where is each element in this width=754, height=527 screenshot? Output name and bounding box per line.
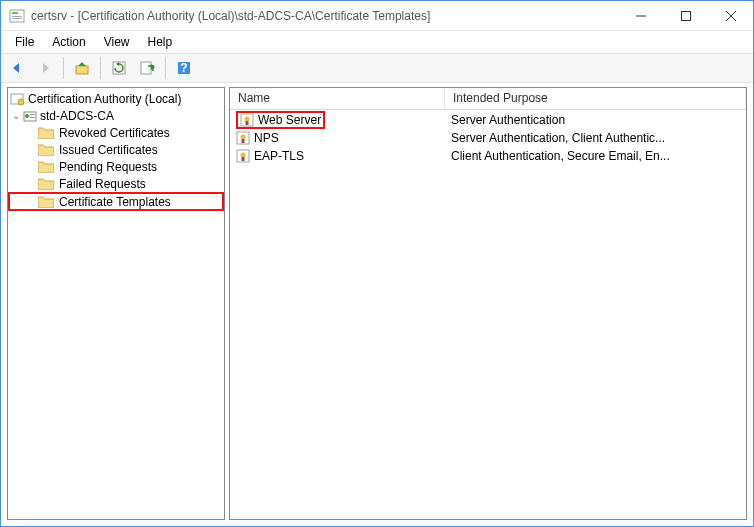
toolbar-separator	[165, 57, 166, 79]
tree-item-pending[interactable]: Pending Requests	[8, 158, 224, 175]
svg-point-14	[18, 99, 24, 105]
list-body[interactable]: Web Server Server Authentication NPS Ser…	[230, 110, 746, 519]
row-name: Web Server	[258, 113, 321, 127]
toolbar-separator	[63, 57, 64, 79]
column-name[interactable]: Name	[230, 88, 445, 109]
tree-root-label: Certification Authority (Local)	[26, 92, 183, 106]
forward-button[interactable]	[33, 56, 57, 80]
ca-icon	[22, 109, 38, 123]
svg-rect-17	[30, 114, 35, 115]
menu-help[interactable]: Help	[140, 33, 181, 51]
row-name: NPS	[254, 131, 279, 145]
folder-icon	[38, 195, 54, 208]
certauthority-icon	[10, 92, 26, 106]
menu-file[interactable]: File	[7, 33, 42, 51]
svg-point-20	[245, 117, 250, 122]
close-button[interactable]	[708, 1, 753, 30]
up-button[interactable]	[70, 56, 94, 80]
menu-view[interactable]: View	[96, 33, 138, 51]
menu-action[interactable]: Action	[44, 33, 93, 51]
folder-icon	[38, 143, 54, 156]
toolbar-separator	[100, 57, 101, 79]
template-icon	[236, 131, 250, 145]
svg-rect-27	[242, 157, 245, 161]
window-controls	[618, 1, 753, 30]
app-icon	[9, 8, 25, 24]
row-purpose: Server Authentication, Client Authentic.…	[445, 131, 746, 145]
tree-ca-label: std-ADCS-CA	[38, 109, 116, 123]
refresh-button[interactable]	[107, 56, 131, 80]
list-row[interactable]: NPS Server Authentication, Client Authen…	[230, 129, 746, 147]
tree-item-revoked[interactable]: Revoked Certificates	[8, 124, 224, 141]
svg-rect-3	[12, 18, 22, 19]
minimize-button[interactable]	[618, 1, 663, 30]
tree-item-label: Certificate Templates	[57, 195, 173, 209]
list-row[interactable]: Web Server Server Authentication	[230, 111, 746, 129]
content-area: Certification Authority (Local) ⌄ std-AD…	[1, 83, 753, 526]
svg-rect-21	[246, 121, 249, 125]
back-button[interactable]	[5, 56, 29, 80]
tree-item-issued[interactable]: Issued Certificates	[8, 141, 224, 158]
tree-item-failed[interactable]: Failed Requests	[8, 175, 224, 192]
folder-icon	[38, 126, 54, 139]
row-purpose: Client Authentication, Secure Email, En.…	[445, 149, 746, 163]
svg-point-26	[241, 153, 246, 158]
tree-pane[interactable]: Certification Authority (Local) ⌄ std-AD…	[7, 87, 225, 520]
folder-icon	[38, 177, 54, 190]
svg-point-23	[241, 135, 246, 140]
tree-item-label: Revoked Certificates	[57, 126, 172, 140]
export-button[interactable]	[135, 56, 159, 80]
svg-rect-5	[681, 11, 690, 20]
svg-rect-1	[12, 12, 18, 14]
svg-rect-10	[141, 62, 151, 74]
svg-rect-24	[242, 139, 245, 143]
svg-rect-2	[12, 16, 22, 17]
app-window: certsrv - [Certification Authority (Loca…	[0, 0, 754, 527]
highlighted-item: Web Server	[236, 111, 325, 129]
tree-ca[interactable]: ⌄ std-ADCS-CA	[8, 107, 224, 124]
folder-icon	[38, 160, 54, 173]
list-pane: Name Intended Purpose Web Server Server …	[229, 87, 747, 520]
template-icon	[236, 149, 250, 163]
list-row[interactable]: EAP-TLS Client Authentication, Secure Em…	[230, 147, 746, 165]
svg-point-16	[25, 114, 29, 118]
tree-item-label: Failed Requests	[57, 177, 148, 191]
row-name: EAP-TLS	[254, 149, 304, 163]
collapse-icon[interactable]: ⌄	[10, 110, 22, 121]
tree-item-label: Pending Requests	[57, 160, 159, 174]
title-bar: certsrv - [Certification Authority (Loca…	[1, 1, 753, 31]
row-purpose: Server Authentication	[445, 113, 746, 127]
svg-text:?: ?	[180, 61, 187, 75]
column-purpose[interactable]: Intended Purpose	[445, 88, 746, 109]
svg-rect-18	[30, 117, 35, 118]
tree-root[interactable]: Certification Authority (Local)	[8, 90, 224, 107]
menu-bar: File Action View Help	[1, 31, 753, 53]
toolbar: ?	[1, 53, 753, 83]
window-title: certsrv - [Certification Authority (Loca…	[31, 9, 618, 23]
help-button[interactable]: ?	[172, 56, 196, 80]
svg-rect-8	[76, 66, 88, 74]
tree-item-templates[interactable]: Certificate Templates	[8, 192, 224, 211]
maximize-button[interactable]	[663, 1, 708, 30]
tree-item-label: Issued Certificates	[57, 143, 160, 157]
template-icon	[240, 113, 254, 127]
list-header: Name Intended Purpose	[230, 88, 746, 110]
